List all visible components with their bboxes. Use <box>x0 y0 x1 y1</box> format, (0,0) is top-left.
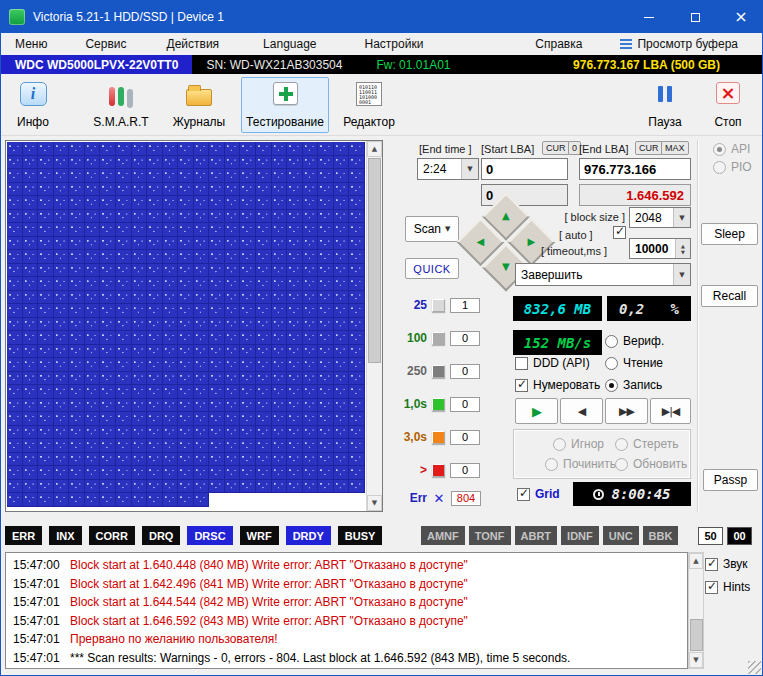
jump-edges-button[interactable]: ▶|◀ <box>650 398 691 424</box>
logs-button[interactable]: Журналы <box>167 77 231 133</box>
step-back-button[interactable]: ◀ <box>560 398 603 424</box>
ignore-radio-circle[interactable] <box>553 438 566 451</box>
info-button[interactable]: Инфо <box>7 77 59 133</box>
menu-item-actions[interactable]: Действия <box>167 37 220 51</box>
blockmap-scrollbar[interactable] <box>366 141 382 511</box>
erase-radio[interactable]: Стереть <box>615 437 678 451</box>
log-panel[interactable]: 15:47:00 Block start at 1.640.448 (840 M… <box>5 552 688 669</box>
start-lba-input[interactable] <box>481 158 568 180</box>
scan-block <box>256 439 272 453</box>
scan-block <box>38 210 54 224</box>
buffer-view-button[interactable]: Просмотр буфера <box>620 37 738 51</box>
scan-block <box>349 196 365 210</box>
scan-block <box>116 291 132 305</box>
ignore-radio[interactable]: Игнор <box>553 437 604 451</box>
scan-block <box>303 399 319 413</box>
refresh-radio[interactable]: Обновить <box>615 457 687 471</box>
scan-block <box>116 156 132 170</box>
pio-radio-circle[interactable] <box>713 161 726 174</box>
verify-radio[interactable]: Вериф. <box>605 334 664 348</box>
menu-item-settings[interactable]: Настройки <box>365 37 424 51</box>
scan-block <box>194 237 210 251</box>
log-scrollbar[interactable] <box>688 552 704 669</box>
scan-block <box>147 331 163 345</box>
numerate-checkbox[interactable]: Нумеровать <box>515 378 600 392</box>
scan-block <box>38 385 54 399</box>
read-radio[interactable]: Чтение <box>605 356 663 370</box>
minimize-icon <box>644 17 654 18</box>
chevron-down-icon[interactable] <box>461 159 478 179</box>
smart-button[interactable]: S.M.A.R.T <box>85 77 157 133</box>
resize-grip[interactable] <box>748 661 761 674</box>
api-radio-circle[interactable] <box>713 143 726 156</box>
verify-radio-circle[interactable] <box>605 335 618 348</box>
jump-forward-button[interactable]: ▶▶ <box>605 398 648 424</box>
scan-block <box>38 439 54 453</box>
block-size-select[interactable]: 2048 <box>629 207 691 228</box>
write-radio-circle[interactable] <box>605 379 618 392</box>
legend-swatch <box>432 398 445 411</box>
spinner-arrows-icon[interactable] <box>675 239 690 258</box>
end-time-select[interactable]: 2:24 <box>417 158 479 180</box>
sound-checkbox-box[interactable] <box>705 558 718 571</box>
close-button[interactable] <box>718 1 763 33</box>
end-lba-input[interactable] <box>579 158 691 180</box>
scan-button[interactable]: Scan <box>405 216 459 242</box>
menu-item-menu[interactable]: Меню <box>15 37 47 51</box>
end-max-chip[interactable]: MAX <box>661 141 689 155</box>
start-cur-chip[interactable]: CUR <box>542 141 570 155</box>
scan-block <box>147 237 163 251</box>
menu-item-help[interactable]: Справка <box>535 37 582 51</box>
sound-checkbox[interactable]: Звук <box>705 557 748 571</box>
write-radio[interactable]: Запись <box>605 378 662 392</box>
pio-radio[interactable]: PIO <box>713 160 752 174</box>
menu-item-language[interactable]: Language <box>263 37 316 51</box>
scan-block <box>116 426 132 440</box>
scan-block <box>272 291 288 305</box>
ddd-api-checkbox-box[interactable] <box>515 357 528 370</box>
grid-checkbox-box[interactable] <box>517 488 530 501</box>
maximize-button[interactable] <box>672 1 718 33</box>
sleep-button[interactable]: Sleep <box>701 223 758 245</box>
scan-block <box>349 331 365 345</box>
end-cur-chip[interactable]: CUR <box>635 141 663 155</box>
chevron-down-icon[interactable] <box>673 208 690 227</box>
passp-button[interactable]: Passp <box>703 469 758 491</box>
scan-block <box>100 183 116 197</box>
scroll-down-icon[interactable] <box>689 652 703 668</box>
grid-checkbox[interactable]: Grid <box>517 487 560 501</box>
api-radio[interactable]: API <box>713 142 750 156</box>
on-finish-select[interactable]: Завершить <box>515 263 691 286</box>
test-button[interactable]: Тестирование <box>241 77 329 133</box>
scan-block <box>225 318 241 332</box>
refresh-label: Обновить <box>633 457 687 471</box>
quick-button[interactable]: QUICK <box>405 258 459 279</box>
recall-button[interactable]: Recall <box>701 285 758 307</box>
titlebar[interactable]: Victoria 5.21-1 HDD/SSD | Device 1 <box>1 1 763 33</box>
scroll-down-icon[interactable] <box>367 495 382 511</box>
play-button[interactable]: ▶ <box>515 398 558 424</box>
window-buttons <box>626 1 763 33</box>
editor-button[interactable]: 010110 110011 101000 0001 Редактор <box>335 77 403 133</box>
ddd-api-checkbox[interactable]: DDD (API) <box>515 356 590 370</box>
minimize-button[interactable] <box>626 1 672 33</box>
repair-radio-circle[interactable] <box>545 458 558 471</box>
scroll-up-icon[interactable] <box>367 141 382 157</box>
timeout-spinner[interactable]: 10000 <box>629 238 691 259</box>
erase-radio-circle[interactable] <box>615 438 628 451</box>
pause-button[interactable]: Пауза <box>641 77 689 133</box>
read-radio-circle[interactable] <box>605 357 618 370</box>
repair-radio[interactable]: Починить <box>545 457 616 471</box>
menu-item-service[interactable]: Сервис <box>85 37 126 51</box>
numerate-checkbox-box[interactable] <box>515 379 528 392</box>
blockmap-scrollbar-thumb[interactable] <box>368 158 381 363</box>
log-scrollbar-thumb[interactable] <box>690 619 703 651</box>
hints-checkbox[interactable]: Hints <box>705 580 750 594</box>
auto-checkbox[interactable] <box>613 226 626 239</box>
chevron-down-icon[interactable] <box>673 264 690 285</box>
hints-checkbox-box[interactable] <box>705 581 718 594</box>
scan-block <box>225 480 241 494</box>
scroll-up-icon[interactable] <box>689 553 703 569</box>
refresh-radio-circle[interactable] <box>615 458 628 471</box>
stop-button[interactable]: Стоп <box>703 77 753 133</box>
